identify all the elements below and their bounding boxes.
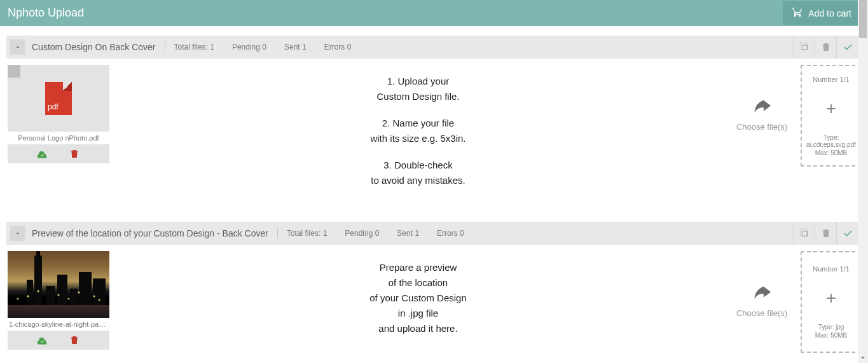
pdf-ext-label: pdf — [48, 102, 59, 111]
trash-icon — [69, 334, 80, 346]
instruction-line: 1. Upload your Custom Design file. — [370, 74, 465, 104]
delete-file-button[interactable] — [69, 148, 80, 160]
svg-rect-0 — [800, 43, 807, 50]
scrollbar-thumb[interactable] — [859, 0, 867, 38]
tile-actions — [8, 144, 109, 163]
delete-all-button[interactable] — [815, 222, 836, 245]
confirm-button[interactable] — [836, 36, 858, 58]
top-bar: Nphoto Upload Add to cart — [0, 0, 868, 26]
upload-section-preview: Preview of the location of your Custom D… — [6, 222, 862, 363]
upload-tile: pdf Personal Logo nPhoto.pdf — [8, 65, 109, 163]
collapse-toggle[interactable] — [10, 39, 25, 55]
upload-success-button[interactable] — [37, 334, 48, 346]
select-all-icon — [799, 41, 810, 53]
dropzone-count: Number 1/1 — [813, 265, 849, 273]
section-title: Preview of the location of your Custom D… — [32, 228, 278, 238]
chevron-up-icon — [14, 229, 22, 237]
instructions-text: 1. Upload your Custom Design file. 2. Na… — [370, 65, 465, 200]
check-icon — [842, 228, 853, 239]
delete-all-button[interactable] — [815, 36, 836, 58]
section-header: Custom Design On Back Cover Total files:… — [6, 36, 862, 58]
dropzone[interactable]: Number 1/1 + Type: jpg Max: 50MB — [801, 251, 862, 353]
plus-icon: + — [826, 289, 836, 307]
dropzone-type-label: Type: jpg — [818, 324, 844, 331]
stat-sent: Sent 1 — [388, 229, 428, 238]
stat-total: Total files: 1 — [165, 43, 223, 51]
section-body: pdf Personal Logo nPhoto.pdf 1. Upload y… — [6, 58, 862, 212]
image-preview — [8, 251, 109, 318]
dropzone-count: Number 1/1 — [813, 76, 849, 83]
stat-total: Total files: 1 — [278, 229, 336, 238]
cloud-check-icon — [37, 148, 48, 160]
select-all-icon — [799, 228, 810, 239]
select-all-button[interactable] — [793, 36, 815, 58]
collapse-toggle[interactable] — [10, 226, 25, 241]
instructions-text: Prepare a preview of the location of you… — [369, 251, 467, 336]
trash-icon — [820, 228, 832, 239]
add-to-cart-label: Add to cart — [808, 8, 851, 18]
section-actions — [793, 36, 858, 58]
section-header: Preview of the location of your Custom D… — [6, 222, 862, 245]
instruction-line: 2. Name your file with its size e.g. 5x3… — [370, 116, 465, 146]
cart-icon — [792, 6, 803, 20]
pdf-file-icon: pdf — [45, 82, 72, 115]
trash-icon — [69, 148, 80, 160]
share-arrow-icon — [751, 97, 773, 118]
stat-pending: Pending 0 — [336, 229, 388, 238]
cloud-check-icon — [37, 334, 48, 346]
section-actions — [793, 222, 858, 245]
choose-files-label: Choose file(s) — [736, 122, 787, 132]
instruction-line: 3. Double-check to avoid any mistakes. — [370, 158, 465, 188]
file-name: 1-chicago-skyline-at-night-paul-velg... — [8, 318, 109, 331]
delete-file-button[interactable] — [69, 334, 80, 346]
app-title: Nphoto Upload — [8, 6, 84, 20]
scroll-down-arrow-icon — [858, 353, 868, 363]
stat-pending: Pending 0 — [223, 43, 275, 51]
trash-icon — [820, 41, 832, 53]
choose-files-button[interactable]: Choose file(s) — [727, 251, 797, 318]
tile-actions — [8, 331, 109, 350]
check-icon — [842, 41, 853, 53]
upload-tile: 1-chicago-skyline-at-night-paul-velg... — [8, 251, 109, 350]
thumbnail[interactable] — [8, 251, 109, 318]
svg-rect-2 — [800, 229, 807, 236]
dropzone-max: Max: 50MB — [815, 332, 848, 339]
select-all-button[interactable] — [793, 222, 815, 245]
plus-icon: + — [826, 100, 836, 118]
stat-errors: Errors 0 — [428, 229, 473, 238]
upload-success-button[interactable] — [37, 148, 48, 160]
dropzone[interactable]: Number 1/1 + Type: ai,cdr,eps,svg,pdf Ma… — [801, 65, 862, 167]
tile-checkbox[interactable] — [8, 65, 20, 78]
section-title: Custom Design On Back Cover — [32, 42, 165, 52]
thumbnail[interactable]: pdf — [8, 65, 109, 132]
section-body: 1-chicago-skyline-at-night-paul-velg... … — [6, 245, 862, 363]
dropzone-max: Max: 50MB — [815, 149, 848, 156]
upload-section-design: Custom Design On Back Cover Total files:… — [6, 36, 862, 212]
share-arrow-icon — [751, 283, 773, 305]
stat-errors: Errors 0 — [315, 43, 361, 51]
instruction-line: Prepare a preview of the location of you… — [369, 260, 467, 336]
choose-files-label: Choose file(s) — [736, 308, 787, 318]
choose-files-button[interactable]: Choose file(s) — [727, 65, 797, 132]
instructions-column: Prepare a preview of the location of you… — [109, 251, 727, 336]
confirm-button[interactable] — [836, 222, 858, 245]
instructions-column: 1. Upload your Custom Design file. 2. Na… — [109, 65, 727, 200]
add-to-cart-button[interactable]: Add to cart — [783, 1, 860, 25]
dropzone-type-value: ai,cdr,eps,svg,pdf — [806, 141, 856, 148]
dropzone-type-label: Type: — [823, 134, 839, 141]
page-scrollbar[interactable] — [858, 0, 868, 363]
stat-sent: Sent 1 — [275, 43, 315, 51]
file-name: Personal Logo nPhoto.pdf — [8, 132, 109, 144]
chevron-up-icon — [14, 43, 22, 51]
